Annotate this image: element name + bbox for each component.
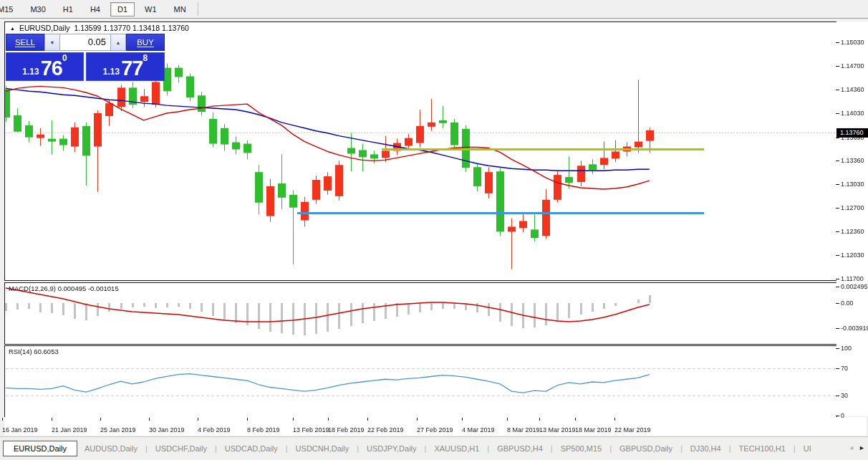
- date-axis-label: 22 Feb 2019: [367, 426, 404, 433]
- date-axis-label: 8 Feb 2019: [247, 426, 280, 433]
- chevron-up-icon: ▲: [116, 40, 121, 45]
- tab-scroll-left-icon[interactable]: ◄: [848, 444, 854, 451]
- buy-button-label: BUY: [137, 38, 154, 47]
- rsi-axis-label: 30: [841, 392, 848, 399]
- volume-decrease-button[interactable]: ▼: [44, 34, 60, 51]
- price-axis-label: 1.12700: [841, 204, 864, 211]
- chart-ohlc-values: 1.13599 1.13770 1.13418 1.13760: [74, 24, 189, 32]
- date-axis-label: 8 Mar 2019: [507, 426, 540, 433]
- chart-ohlc-info: ▲EURUSD,Daily 1.13599 1.13770 1.13418 1.…: [10, 24, 189, 32]
- buy-price-panel[interactable]: 1.13 77 8: [86, 52, 165, 81]
- rsi-axis-label: 100: [841, 345, 852, 352]
- chevron-down-icon: ▼: [50, 40, 55, 45]
- buy-price-sup: 8: [143, 54, 148, 62]
- date-axis-label: 16 Jan 2019: [2, 426, 38, 433]
- date-axis-label: 27 Feb 2019: [417, 426, 453, 433]
- rsi-axis-label: 0: [841, 412, 844, 419]
- sell-price-big: 76: [41, 59, 62, 77]
- date-axis-label: 22 Mar 2019: [614, 426, 651, 433]
- trade-prices-row: 1.13 76 0 1.13 77 8: [6, 52, 165, 81]
- date-axis-label: 13 Mar 2019: [539, 426, 576, 433]
- date-axis-label: 18 Mar 2019: [575, 426, 612, 433]
- price-axis-label: 1.11700: [841, 275, 864, 282]
- date-axis-label: 4 Feb 2019: [198, 426, 231, 433]
- macd-axis-label: 0.002495: [841, 283, 868, 290]
- volume-input[interactable]: 0.05: [60, 34, 110, 51]
- price-axis-label: 1.13360: [841, 157, 864, 164]
- collapse-arrow-icon[interactable]: ▲: [10, 26, 15, 31]
- macd-label: MACD(12,26,9) 0.000495 -0.001015: [9, 284, 119, 292]
- buy-price-big: 77: [121, 59, 143, 77]
- date-axis-label: 25 Jan 2019: [100, 426, 136, 433]
- price-axis-label: 1.12030: [841, 251, 864, 259]
- buy-price-prefix: 1.13: [103, 66, 120, 77]
- current-price-badge: 1.13760: [836, 128, 868, 138]
- date-axis-label: 4 Mar 2019: [462, 426, 495, 433]
- price-axis-label: 1.14360: [841, 86, 864, 93]
- date-axis-label: 18 Feb 2019: [328, 426, 365, 433]
- tab-scroll-right-icon[interactable]: ►: [859, 444, 865, 451]
- sell-button[interactable]: SELL: [6, 34, 44, 51]
- price-axis-label: 1.13030: [841, 181, 864, 188]
- trade-controls-row: SELL ▼ 0.05 ▲ BUY: [6, 34, 165, 51]
- one-click-trading-widget: SELL ▼ 0.05 ▲ BUY 1.13 76 0 1.13 77 8: [6, 34, 165, 81]
- rsi-axis-label: 70: [841, 365, 848, 372]
- date-axis-label: 30 Jan 2019: [149, 426, 185, 433]
- sell-price-sup: 0: [62, 54, 67, 62]
- macd-axis-label: 0.00: [841, 300, 854, 307]
- macd-axis-label: -0.003919: [841, 325, 868, 332]
- sell-price-panel[interactable]: 1.13 76 0: [6, 52, 84, 81]
- price-axis-label: 1.14030: [841, 110, 864, 117]
- chart-symbol-label: EURUSD,Daily: [19, 24, 70, 32]
- buy-button[interactable]: BUY: [126, 34, 165, 51]
- volume-increase-button[interactable]: ▲: [110, 34, 126, 51]
- sell-button-label: SELL: [15, 38, 35, 47]
- date-axis-label: 13 Feb 2019: [293, 426, 329, 433]
- tab-scroll-arrows: ◄►: [848, 444, 865, 451]
- sell-price-prefix: 1.13: [22, 66, 39, 77]
- price-axis-label: 1.12360: [841, 228, 864, 235]
- date-axis-label: 21 Jan 2019: [52, 426, 87, 433]
- price-axis-label: 1.15030: [841, 39, 864, 46]
- price-axis-label: 1.14700: [841, 62, 864, 70]
- rsi-label: RSI(14) 60.6053: [9, 348, 59, 355]
